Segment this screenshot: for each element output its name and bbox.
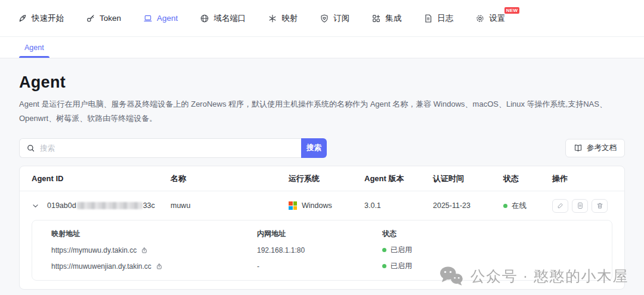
column-header-name: 名称 [171,173,289,184]
rocket-icon [18,14,27,23]
nav-item-domain-port[interactable]: 域名端口 [200,13,246,24]
nav-item-mapping[interactable]: 映射 [268,13,298,24]
book-icon [574,144,583,153]
online-status-dot [503,204,507,208]
redacted-id-blur [77,202,143,209]
mapping-url-link[interactable]: https://mymuwu.dy.takin.cc [51,246,137,254]
key-icon [86,14,95,23]
mapping-detail-panel: 映射地址 内网地址 状态 https://mymuwu.dy.takin.cc [32,220,612,281]
detail-column-status: 状态 [382,229,593,239]
column-header-version: Agent 版本 [364,173,433,184]
agent-os-cell: Windows [289,201,364,210]
agent-actions-cell [552,199,612,213]
agent-version-cell: 3.0.1 [364,201,433,210]
new-badge: NEW [504,7,520,14]
agent-status-cell: 在线 [503,201,552,211]
nav-item-label: 域名端口 [213,13,246,24]
tab-label: Agent [24,44,44,52]
nav-item-label: Token [100,14,121,23]
logs-icon [423,14,433,23]
nav-item-settings[interactable]: 设置 NEW [475,13,505,24]
subscription-icon [320,14,329,23]
top-navigation: 快速开始 Token Agent 域名端口 映射 [0,0,644,37]
enabled-status-dot [382,248,386,252]
toolbar: 搜索 参考文档 [19,138,625,158]
search-icon [26,144,35,153]
globe-icon [200,14,209,23]
search-button[interactable]: 搜索 [301,138,327,158]
log-file-button[interactable] [572,199,588,213]
detail-column-mapping-addr: 映射地址 [51,229,257,239]
mapping-url-cell: https://mymuwu.dy.takin.cc [51,246,257,254]
nav-item-integrations[interactable]: 集成 [371,13,401,24]
column-header-agent-id: Agent ID [32,174,171,183]
nav-item-label: 映射 [281,13,298,24]
search-group: 搜索 [19,138,327,158]
delete-button[interactable] [592,199,608,213]
enabled-status-dot [382,264,386,268]
enabled-status-label: 已启用 [391,261,412,271]
open-external-icon[interactable] [141,247,148,254]
table-row: 019ab0d 33c muwu Windows 3.0.1 2025-11-2… [20,191,624,220]
agent-id-value: 019ab0d 33c [47,201,155,210]
search-input[interactable] [40,144,295,153]
column-header-os: 运行系统 [289,173,364,184]
page-title: Agent [19,73,625,92]
nav-item-agent[interactable]: Agent [143,14,178,23]
column-header-status: 状态 [503,173,552,184]
agent-table: Agent ID 名称 运行系统 Agent 版本 认证时间 状态 操作 019… [19,166,625,290]
nav-item-label: 集成 [385,13,401,24]
detail-status-cell: 已启用 [382,261,593,271]
nav-item-label: 设置 [489,13,505,24]
agent-name-cell: muwu [171,201,289,210]
table-header-row: Agent ID 名称 运行系统 Agent 版本 认证时间 状态 操作 [20,166,624,191]
chevron-down-icon[interactable] [32,202,39,210]
integrations-icon [371,14,381,23]
nav-item-token[interactable]: Token [86,14,121,23]
agent-os-label: Windows [302,201,332,210]
internal-addr-cell: - [257,262,382,271]
enabled-status-label: 已启用 [391,245,412,255]
detail-row: https://muwuwenjian.dy.takin.cc - 已启用 [32,258,612,274]
detail-header-row: 映射地址 内网地址 状态 [32,226,612,242]
column-header-actions: 操作 [552,173,612,184]
edit-button[interactable] [552,199,568,213]
open-external-icon[interactable] [156,263,163,270]
nav-item-subscription[interactable]: 订阅 [320,13,349,24]
mapping-url-link[interactable]: https://muwuwenjian.dy.takin.cc [51,262,151,271]
internal-addr-cell: 192.168.1.1:80 [257,246,382,254]
laptop-icon [143,14,153,23]
settings-icon [475,14,485,23]
detail-status-cell: 已启用 [382,245,593,255]
tab-agent[interactable]: Agent [19,37,49,58]
search-input-wrap [19,138,301,158]
main-content: Agent Agent 是运行在用户电脑、服务器及终端设备上的 ZeroNews… [0,73,644,290]
expanded-detail-area: 映射地址 内网地址 状态 https://mymuwu.dy.takin.cc [20,220,624,289]
reference-docs-button[interactable]: 参考文档 [565,139,625,157]
windows-logo-icon [289,201,297,210]
nav-item-label: 订阅 [333,13,349,24]
page-description: Agent 是运行在用户电脑、服务器及终端设备上的 ZeroNews 程序，默认… [19,97,625,126]
agent-status-label: 在线 [512,201,527,211]
nav-item-label: Agent [157,14,178,23]
nav-item-label: 快速开始 [32,13,64,24]
detail-column-internal-addr: 内网地址 [257,229,382,239]
column-header-auth-time: 认证时间 [433,173,503,184]
mapping-url-cell: https://muwuwenjian.dy.takin.cc [51,262,257,271]
detail-row: https://mymuwu.dy.takin.cc 192.168.1.1:8… [32,242,612,258]
tab-bar: Agent [0,37,644,58]
agent-auth-time-cell: 2025-11-23 [433,201,503,210]
nav-item-quick-start[interactable]: 快速开始 [18,13,64,24]
nav-item-logs[interactable]: 日志 [423,13,453,24]
mapping-icon [268,14,277,23]
nav-item-label: 日志 [437,13,453,24]
reference-docs-label: 参考文档 [587,143,617,153]
agent-id-cell: 019ab0d 33c [32,201,171,210]
